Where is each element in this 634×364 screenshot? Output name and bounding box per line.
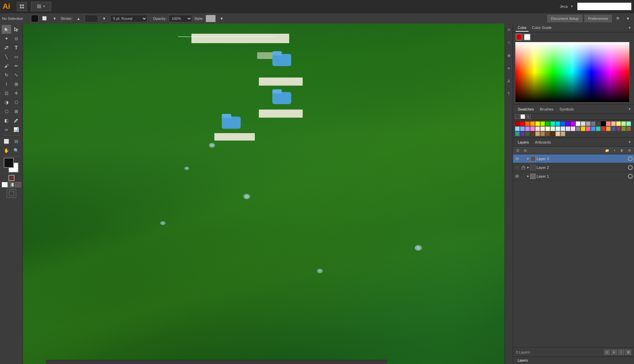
- swatch-item-25[interactable]: [525, 126, 530, 131]
- swatch-item-49[interactable]: [530, 131, 535, 136]
- swatch-item-23[interactable]: [515, 126, 520, 131]
- layers-new-layer-footer-btn[interactable]: +: [618, 350, 624, 355]
- layer-2-lock[interactable]: [521, 165, 526, 170]
- swatch-item-3[interactable]: [530, 121, 535, 126]
- swatch-item-40[interactable]: [601, 126, 606, 131]
- layers-bottom-label[interactable]: Layers: [516, 357, 530, 364]
- swatch-item-21[interactable]: [621, 121, 626, 126]
- swatch-item-8[interactable]: [555, 121, 560, 126]
- swatches-panel-collapse[interactable]: ▼: [628, 107, 631, 111]
- brushes-tab[interactable]: Brushes: [538, 106, 555, 113]
- swatch-item-41[interactable]: [606, 126, 611, 131]
- opacity-select[interactable]: 100%: [169, 15, 192, 22]
- swatch-item-50[interactable]: [535, 131, 540, 136]
- color-spectrum[interactable]: [515, 42, 630, 102]
- canvas-rect-3[interactable]: [259, 78, 303, 86]
- stroke-up-btn[interactable]: ▲: [74, 15, 83, 22]
- layer-row-3[interactable]: ▶ Layer 3: [513, 154, 634, 163]
- swatch-item-30[interactable]: [550, 126, 555, 131]
- selection-tool[interactable]: [2, 25, 11, 34]
- transform-panel-icon[interactable]: ⊕: [506, 26, 512, 33]
- type-panel-icon[interactable]: A: [506, 78, 512, 84]
- swatch-item-36[interactable]: [581, 126, 585, 131]
- blend-tool[interactable]: ∞: [2, 125, 11, 134]
- layer-1-eye[interactable]: [514, 174, 520, 179]
- swatch-item-2[interactable]: [525, 121, 530, 126]
- magic-wand-tool[interactable]: ✦: [2, 34, 11, 43]
- artboard-tool[interactable]: ⬜: [2, 137, 11, 146]
- none-color[interactable]: [8, 175, 14, 181]
- swatch-item-11[interactable]: [571, 121, 575, 126]
- layers-list-view-btn[interactable]: ☰: [514, 147, 521, 153]
- layers-make-mask-btn[interactable]: ⊟: [604, 350, 610, 355]
- swatch-item-31[interactable]: [555, 126, 560, 131]
- swatch-item-54[interactable]: [555, 131, 560, 136]
- swatch-item-28[interactable]: [540, 126, 545, 131]
- swatch-item-20[interactable]: [616, 121, 621, 126]
- align-panel-icon[interactable]: ≡: [506, 39, 512, 46]
- lasso-tool[interactable]: ⊙: [11, 34, 21, 43]
- artboards-tab[interactable]: Artboards: [533, 139, 553, 146]
- layer-row-2[interactable]: ▶ Layer 2: [513, 163, 634, 172]
- gradient-tool[interactable]: ◧: [2, 116, 11, 125]
- swatch-item-1[interactable]: [520, 121, 525, 126]
- canvas-rect-5[interactable]: [214, 133, 255, 141]
- swatch-item-48[interactable]: [525, 131, 530, 136]
- canvas-area[interactable]: Scr 2017: [23, 24, 513, 364]
- layer-row-1[interactable]: ▶ Layer 1: [513, 172, 634, 181]
- swatch-item-47[interactable]: [520, 131, 525, 136]
- swatch-item-24[interactable]: [520, 126, 525, 131]
- swatch-item-9[interactable]: [561, 121, 565, 126]
- canvas-folder-1[interactable]: [272, 51, 291, 66]
- bg-color-indicator[interactable]: [524, 34, 531, 40]
- app-icon-button[interactable]: [17, 2, 27, 11]
- layer-1-arrow[interactable]: ▶: [527, 175, 529, 178]
- swatch-color-btn[interactable]: [520, 114, 525, 119]
- layers-new-layer-btn[interactable]: +: [611, 147, 618, 153]
- canvas-rect-1[interactable]: [191, 34, 289, 43]
- direct-selection-tool[interactable]: [11, 25, 21, 34]
- canvas-folder-2[interactable]: [272, 89, 291, 104]
- layers-tab[interactable]: Layers: [516, 139, 531, 146]
- swatch-none-btn[interactable]: [515, 114, 520, 119]
- layers-delete-btn[interactable]: 🗑: [618, 147, 625, 153]
- width-tool[interactable]: ⊞: [11, 80, 21, 88]
- layer-3-arrow[interactable]: ▶: [527, 157, 529, 160]
- swatch-item-27[interactable]: [535, 126, 540, 131]
- canvas-folder-3[interactable]: [222, 114, 241, 129]
- swatch-item-29[interactable]: [545, 126, 550, 131]
- swatch-item-26[interactable]: [530, 126, 535, 131]
- layer-3-target[interactable]: [628, 156, 633, 161]
- panel-options-btn[interactable]: ▼: [624, 15, 632, 22]
- swatch-item-34[interactable]: [571, 126, 575, 131]
- free-transform-tool[interactable]: ⊡: [2, 89, 11, 97]
- bar-graph-tool[interactable]: 📊: [11, 125, 21, 134]
- search-input[interactable]: [577, 3, 631, 10]
- swatch-item-37[interactable]: [586, 126, 591, 131]
- foreground-color[interactable]: [4, 158, 14, 168]
- swatch-item-45[interactable]: [626, 126, 631, 131]
- pencil-tool[interactable]: ✏: [11, 61, 21, 70]
- canvas-horizontal-scrollbar[interactable]: [46, 360, 387, 364]
- fill-color-box[interactable]: [31, 15, 38, 22]
- swatch-item-7[interactable]: [550, 121, 555, 126]
- color-guide-tab[interactable]: Color Guide: [530, 24, 554, 32]
- user-dropdown-arrow[interactable]: ▼: [570, 5, 573, 8]
- layers-delete-footer-btn[interactable]: 🗑: [625, 350, 631, 355]
- eyedropper-tool[interactable]: 💉: [11, 116, 21, 125]
- swatch-item-53[interactable]: [550, 131, 555, 136]
- swatch-item-10[interactable]: [566, 121, 570, 126]
- layer-2-arrow[interactable]: ▶: [527, 166, 529, 169]
- swatch-item-52[interactable]: [545, 131, 550, 136]
- swatch-item-19[interactable]: [611, 121, 616, 126]
- swatch-item-15[interactable]: [591, 121, 596, 126]
- mesh-tool[interactable]: ⊞: [11, 107, 21, 116]
- line-tool[interactable]: ╲: [2, 52, 11, 61]
- layer-3-eye[interactable]: [514, 156, 520, 161]
- swatch-item-14[interactable]: [586, 121, 591, 126]
- pathfinder-panel-icon[interactable]: ◉: [506, 52, 512, 59]
- fg-color-indicator[interactable]: [516, 34, 522, 40]
- scale-tool[interactable]: ⤡: [11, 70, 21, 79]
- swatch-item-42[interactable]: [611, 126, 616, 131]
- layers-panel-collapse[interactable]: ▼: [628, 140, 631, 144]
